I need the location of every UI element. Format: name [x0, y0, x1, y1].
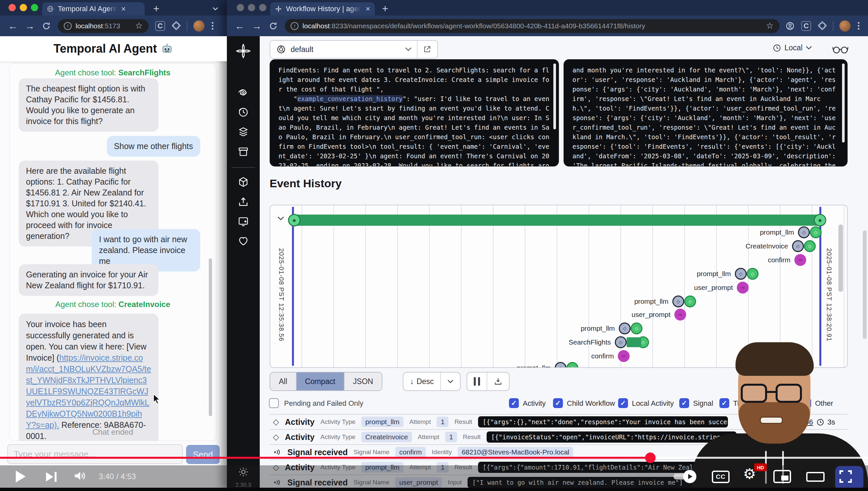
zoom-window-button[interactable] — [259, 4, 266, 11]
video-progress-remaining[interactable] — [650, 457, 868, 459]
puzzle-extensions-icon[interactable] — [818, 21, 827, 31]
code-scrollbar[interactable] — [553, 63, 556, 129]
video-miniplayer-button[interactable] — [773, 470, 791, 483]
schedules-clock-icon[interactable] — [238, 107, 249, 118]
profile-avatar[interactable] — [193, 21, 205, 32]
page-scrollbar[interactable] — [863, 230, 867, 339]
reload-icon[interactable] — [42, 22, 51, 30]
heart-icon[interactable] — [238, 236, 249, 247]
local-activity-checkbox[interactable]: ✓ — [618, 398, 628, 408]
video-volume-icon[interactable] — [73, 470, 88, 482]
close-tab-icon[interactable]: × — [366, 4, 370, 13]
video-theater-button[interactable] — [806, 472, 825, 482]
video-captions-button[interactable]: CC — [712, 470, 730, 483]
open-external-icon[interactable] — [423, 45, 431, 54]
timezone-select[interactable]: Local — [773, 44, 812, 52]
bookmark-star-icon[interactable]: ☆ — [762, 21, 774, 31]
new-tab-button[interactable]: + — [153, 3, 159, 15]
minimize-window-button[interactable] — [248, 4, 255, 11]
activity-icon: ◇ — [273, 432, 279, 442]
toolbar-divider — [187, 21, 187, 31]
timeline-event[interactable]: confirm — [591, 350, 630, 362]
close-tab-icon[interactable]: × — [121, 4, 126, 13]
timeline-event[interactable]: user_prompt — [631, 309, 686, 320]
extension-c-icon[interactable]: C — [155, 21, 165, 31]
video-next-button[interactable] — [46, 472, 57, 482]
workflow-span-bar[interactable] — [293, 214, 821, 226]
timeline-event[interactable]: SearchFlights◇◇ — [569, 336, 649, 348]
video-fullscreen-button[interactable] — [838, 469, 853, 484]
monitor-plus-icon[interactable] — [238, 216, 249, 227]
message-input[interactable] — [7, 444, 183, 464]
conversation-history-code-panel[interactable]: and month you're interested in for the e… — [563, 59, 848, 167]
back-icon[interactable]: ← — [235, 21, 245, 32]
send-button[interactable]: Send — [186, 445, 220, 464]
timeline-event[interactable]: prompt_llm◇◇ — [697, 268, 758, 280]
video-play-button[interactable] — [16, 470, 26, 483]
timeline-event[interactable]: user_prompt — [694, 282, 749, 293]
signal-checkbox[interactable]: ✓ — [679, 398, 689, 408]
view-all-tab[interactable]: All — [270, 373, 297, 390]
workflow-start-marker[interactable]: ◆ — [288, 214, 301, 226]
timeline-scrollbar[interactable] — [838, 225, 843, 292]
forward-icon[interactable]: → — [25, 21, 35, 32]
zoom-window-button[interactable] — [31, 4, 38, 11]
minimize-window-button[interactable] — [20, 4, 27, 11]
timeline-start-label: 2025-01-08 PST 12:35:38.56 — [278, 248, 285, 342]
timeline-event[interactable]: CreateInvoice◇◇ — [745, 240, 816, 252]
new-tab-button[interactable]: + — [382, 3, 388, 15]
view-json-tab[interactable]: JSON — [345, 373, 382, 390]
site-info-icon[interactable]: i — [291, 22, 299, 30]
archive-box-icon[interactable] — [238, 146, 249, 157]
reload-icon[interactable] — [269, 22, 278, 30]
puzzle-extensions-icon[interactable] — [172, 21, 181, 31]
tab-temporal-ai-agent[interactable]: Temporal AI Agent × — [42, 2, 145, 16]
pause-button[interactable] — [467, 373, 487, 390]
view-compact-tab[interactable]: Compact — [297, 373, 345, 390]
close-window-button[interactable] — [237, 4, 244, 11]
cube-icon[interactable] — [238, 176, 249, 187]
tab-workflow-history[interactable]: Workflow History | agent-wor × — [270, 2, 375, 16]
tab-search-chevron[interactable] — [210, 4, 220, 14]
code-scrollbar[interactable] — [842, 63, 845, 143]
workflows-eye-icon[interactable] — [238, 87, 249, 98]
chat-scrollbar[interactable] — [209, 258, 212, 416]
activity-checkbox[interactable]: ✓ — [509, 398, 519, 408]
pending-failed-checkbox[interactable] — [269, 398, 279, 408]
sort-desc-button[interactable]: ↓Desc — [403, 373, 441, 390]
close-window-button[interactable] — [8, 4, 16, 11]
browser-menu-icon[interactable] — [857, 21, 861, 31]
temporal-logo-icon[interactable] — [236, 44, 251, 59]
extension-c-icon[interactable]: C — [801, 21, 811, 31]
video-progress-played[interactable] — [0, 457, 650, 459]
browser-menu-icon[interactable] — [210, 21, 215, 31]
back-icon[interactable]: ← — [8, 21, 18, 32]
labs-glasses-icon[interactable] — [833, 44, 848, 54]
child-workflow-checkbox[interactable]: ✓ — [553, 398, 563, 408]
bookmark-star-icon[interactable]: ☆ — [130, 21, 143, 31]
layers-icon[interactable] — [238, 126, 249, 138]
download-history-button[interactable] — [487, 373, 509, 390]
namespace-select[interactable]: default — [270, 40, 438, 59]
timeline-event[interactable]: confirm — [768, 254, 806, 266]
workflow-end-marker[interactable]: ◆ — [814, 214, 826, 226]
profile-circle-icon[interactable] — [785, 21, 795, 31]
video-autoplay-toggle[interactable] — [673, 470, 696, 483]
profile-avatar[interactable] — [839, 21, 850, 32]
invoice-link[interactable]: https://invoice.stripe.com/i/acct_1NBOLu… — [26, 353, 151, 430]
workflow-input-code-panel[interactable]: FindEvents: Find an event to travel to 2… — [270, 59, 559, 167]
sort-chevron-button[interactable] — [441, 373, 460, 390]
robot-icon — [161, 42, 173, 55]
timeline-event[interactable]: prompt_llm◇◇ — [581, 322, 643, 334]
timeline-event[interactable]: prompt_llm◇◇ — [634, 295, 696, 307]
upload-icon[interactable] — [238, 196, 249, 207]
timeline-event[interactable]: prompt_llm◇◇ — [760, 226, 822, 238]
video-progress-knob[interactable] — [645, 453, 656, 463]
timeline-event[interactable]: prompt_llm◇◇ — [517, 362, 578, 368]
glasses-bridge — [767, 391, 776, 393]
address-bar[interactable]: i localhost:8233/namespaces/default/work… — [285, 19, 780, 33]
address-bar[interactable]: i localhost:5173 ☆ — [58, 19, 149, 33]
collapse-timeline-chevron[interactable] — [275, 212, 287, 225]
forward-icon[interactable]: → — [252, 21, 262, 32]
site-info-icon[interactable]: i — [64, 22, 72, 30]
